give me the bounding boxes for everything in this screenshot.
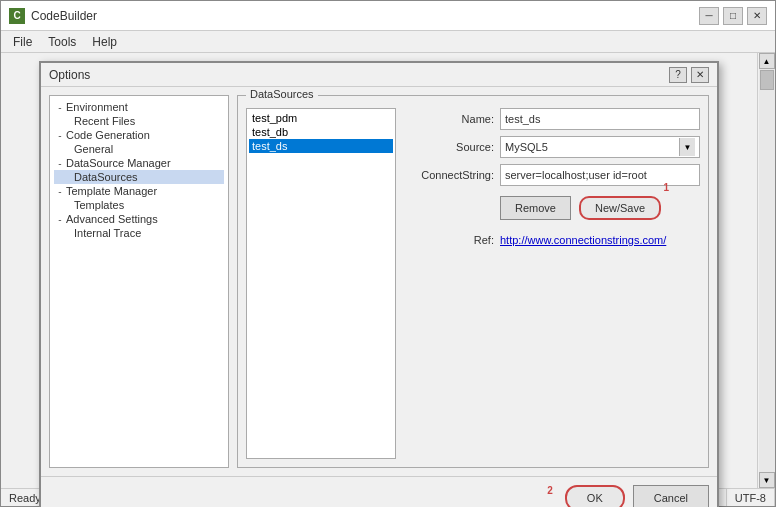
source-select[interactable]: MySQL5 ▼	[500, 136, 700, 158]
right-panel: DataSources test_pdm test_db test_ds	[237, 95, 709, 468]
tree-expand-icon: -	[54, 130, 66, 141]
status-encoding: UTF-8	[727, 489, 775, 506]
tree-label: Template Manager	[66, 185, 157, 197]
tree-item-code-generation[interactable]: - Code Generation	[54, 128, 224, 142]
tree-label: DataSource Manager	[66, 157, 171, 169]
tree-label: General	[74, 143, 113, 155]
ref-row: Ref: http://www.connectionstrings.com/	[404, 234, 700, 246]
source-label: Source:	[404, 141, 494, 153]
dialog-footer: 2 OK Cancel	[41, 476, 717, 507]
list-item-test-ds[interactable]: test_ds	[249, 139, 393, 153]
scroll-up-button[interactable]: ▲	[759, 53, 775, 69]
menu-help[interactable]: Help	[84, 33, 125, 51]
app-icon: C	[9, 8, 25, 24]
tree-label: DataSources	[74, 171, 138, 183]
tree-label: Advanced Settings	[66, 213, 158, 225]
form-row-source: Source: MySQL5 ▼	[404, 136, 700, 158]
title-bar: C CodeBuilder ─ □ ✕	[1, 1, 775, 31]
tree-item-advanced-settings[interactable]: - Advanced Settings	[54, 212, 224, 226]
annotation-2: 2	[547, 485, 553, 496]
form-row-name: Name:	[404, 108, 700, 130]
new-save-button[interactable]: New/Save	[579, 196, 661, 220]
tree-label: Code Generation	[66, 129, 150, 141]
form-row-connect: ConnectString:	[404, 164, 700, 186]
remove-button[interactable]: Remove	[500, 196, 571, 220]
tree-expand-icon: -	[54, 158, 66, 169]
tree-label: Internal Trace	[74, 227, 141, 239]
menu-file[interactable]: File	[5, 33, 40, 51]
dropdown-arrow-icon[interactable]: ▼	[679, 138, 695, 156]
tree-label: Templates	[74, 199, 124, 211]
datasources-group: DataSources test_pdm test_db test_ds	[237, 95, 709, 468]
ref-label: Ref:	[404, 234, 494, 246]
tree-item-environment[interactable]: - Environment	[54, 100, 224, 114]
tree-item-datasources[interactable]: DataSources	[54, 170, 224, 184]
source-value: MySQL5	[505, 141, 679, 153]
tree-expand-icon: -	[54, 214, 66, 225]
name-label: Name:	[404, 113, 494, 125]
scroll-track	[759, 69, 775, 472]
connect-input[interactable]	[500, 164, 700, 186]
tree-item-templates[interactable]: Templates	[54, 198, 224, 212]
ok-button[interactable]: OK	[565, 485, 625, 507]
cancel-button[interactable]: Cancel	[633, 485, 709, 507]
tree-panel: - Environment Recent Files - Code Genera…	[49, 95, 229, 468]
scroll-down-button[interactable]: ▼	[759, 472, 775, 488]
form-area: Name: Source: MySQL5 ▼	[404, 108, 700, 459]
annotation-1: 1	[664, 182, 670, 193]
options-dialog: Options ? ✕ - Environment	[39, 61, 719, 507]
dialog-title: Options	[49, 68, 669, 82]
main-content: ▲ ▼ Options ? ✕	[1, 53, 775, 488]
tree-item-internal-trace[interactable]: Internal Trace	[54, 226, 224, 240]
scroll-thumb[interactable]	[760, 70, 774, 90]
dialog-help-button[interactable]: ?	[669, 67, 687, 83]
app-window: C CodeBuilder ─ □ ✕ File Tools Help ▲ ▼	[0, 0, 776, 507]
name-input[interactable]	[500, 108, 700, 130]
tree-expand-icon: -	[54, 186, 66, 197]
dialog-overlay: Options ? ✕ - Environment	[1, 53, 757, 488]
list-item-test-db[interactable]: test_db	[249, 125, 393, 139]
group-content: test_pdm test_db test_ds Name:	[246, 104, 700, 459]
dialog-title-bar: Options ? ✕	[41, 63, 717, 87]
menu-bar: File Tools Help	[1, 31, 775, 53]
minimize-button[interactable]: ─	[699, 7, 719, 25]
menu-tools[interactable]: Tools	[40, 33, 84, 51]
app-close-button[interactable]: ✕	[747, 7, 767, 25]
datasource-list[interactable]: test_pdm test_db test_ds	[246, 108, 396, 459]
dialog-close-button[interactable]: ✕	[691, 67, 709, 83]
group-title: DataSources	[246, 88, 318, 100]
connect-label: ConnectString:	[404, 169, 494, 181]
right-scrollbar[interactable]: ▲ ▼	[757, 53, 775, 488]
app-title: CodeBuilder	[31, 9, 699, 23]
tree-item-recent-files[interactable]: Recent Files	[54, 114, 224, 128]
tree-item-datasource-manager[interactable]: - DataSource Manager	[54, 156, 224, 170]
list-item-test-pdm[interactable]: test_pdm	[249, 111, 393, 125]
maximize-button[interactable]: □	[723, 7, 743, 25]
ref-link[interactable]: http://www.connectionstrings.com/	[500, 234, 666, 246]
tree-item-general[interactable]: General	[54, 142, 224, 156]
title-bar-buttons: ─ □ ✕	[699, 7, 767, 25]
tree-label: Recent Files	[74, 115, 135, 127]
dialog-body: - Environment Recent Files - Code Genera…	[41, 87, 717, 476]
tree-label: Environment	[66, 101, 128, 113]
tree-item-template-manager[interactable]: - Template Manager	[54, 184, 224, 198]
action-buttons: Remove New/Save 1	[404, 196, 700, 220]
tree-expand-icon: -	[54, 102, 66, 113]
dialog-title-buttons: ? ✕	[669, 67, 709, 83]
